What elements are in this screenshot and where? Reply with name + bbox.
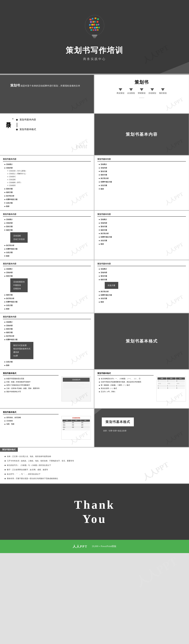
content-rule-9l-1: 擅用表格，条理清晰 — [4, 416, 58, 419]
doc-header-8l: 活动策划书 — [63, 378, 90, 382]
bullet-5l-2 — [4, 223, 5, 224]
format-rule-8l-4: 主体：仿宋体3号加粗；副题，黑体，重黑等等 — [4, 387, 58, 390]
bullet-7l-8 — [4, 365, 5, 366]
bullet-5l-3 — [4, 226, 5, 227]
hollow-4l-6 — [7, 185, 8, 186]
outline-title-6r: 策划书基本内容 — [97, 262, 186, 266]
bullet-6r-1 — [99, 269, 100, 270]
format-rule-8r-2: 注意不同层次开始都需要首行缩进，保证这些文件的规范 — [99, 380, 154, 384]
type-label-5: 项目策划 — [159, 92, 167, 94]
outline-tree-6r: 活动简介 活动内容 宣传方案 组织方案 应急方案 执行性分析 经费申请及方案 自… — [97, 268, 186, 304]
svg-rect-3 — [95, 18, 96, 19]
bullet-7l-6 — [4, 339, 5, 340]
hollow-4l-3 — [7, 176, 8, 177]
bullet-6l-3 — [4, 276, 5, 276]
table-thumbnail-9l: 活动细则表格 项目 内容 说明 活动1 内容 说明 活动2 内容 说明 活动3 … — [61, 416, 91, 440]
bullet-5r-8 — [99, 244, 100, 245]
hollow-4l-5 — [7, 182, 8, 183]
final-format-banner: 策划书基本格式 — [0, 448, 18, 452]
format-title-7r: 策划书基本格式 — [126, 338, 158, 344]
bullet-6l-2 — [4, 272, 5, 273]
outline-tree-6l: 活动简介 活动内容 宣传方案 活动前期宣传中期宣传后期宣传 组织方案 执行性分析… — [3, 268, 91, 310]
final-rule-1: ◆ 名称：正文第一次出现人名、地名、组织名称均使用全称 — [4, 455, 185, 458]
svg-rect-24 — [93, 36, 97, 37]
bullet-7l-2 — [4, 325, 5, 326]
svg-rect-8 — [97, 21, 98, 23]
slide-row-5: 策划书基本内容 活动简介 活动内容 宣传方案 组织方案 活动流程活动工作安排 执… — [0, 211, 189, 260]
slide-row-2: 策划书 就是对某个未来的活动或事件进行策划，并展现给读者的文本 人人PPT 策划… — [0, 75, 189, 114]
format-title-8l: 策划书基本格式 — [3, 372, 58, 376]
bullet-7l-5 — [4, 336, 5, 336]
highlight-budget: 报支方式及发票报支所需的各种方式通讯录QQ群 — [10, 342, 33, 359]
bullet-4r-4 — [99, 174, 100, 175]
bullet-4l-8 — [4, 206, 5, 207]
watermark-4r: 人人PPT — [164, 190, 185, 206]
format-rule-8r-3: 第一级标题（大标题）一律用（一）格式 — [99, 384, 154, 387]
type-label-4: 活动策划 — [148, 92, 156, 94]
format-title-9l: 策划书基本格式 — [3, 411, 58, 414]
bullet-5l-5 — [4, 245, 5, 246]
slide-content-gray: 策划书基本内容 人人PPT — [94, 114, 189, 155]
dots-more: …… — [139, 96, 144, 99]
slide-row-3: 目录 策划书基本内容 策划书基本格式 cont 人人PPT 策划书基本内容 人人… — [0, 114, 189, 156]
final-rule-6: ◆ 整体布局：尽量不要出现某一部分的行内间隔内下范格成粗细相位 — [4, 477, 185, 480]
toc-connector — [17, 123, 17, 127]
content-title-gray: 策划书基本内容 — [126, 132, 158, 137]
bullet-5l-6 — [4, 248, 5, 250]
types-title: 策划书 — [135, 79, 149, 85]
bullet-7l-3 — [4, 329, 5, 330]
bullet-7l-1 — [4, 322, 5, 322]
bullet-6l-1 — [4, 269, 5, 270]
bullet-4r-1 — [99, 164, 100, 165]
content-rules-list-9l: 擅用表格，条理清晰 活动细则 地图、预案 — [3, 416, 58, 426]
svg-rect-23 — [92, 35, 97, 36]
outline-title-4r: 策划书基本内容 — [97, 158, 186, 162]
slide-thankyou: Thank You 人人PPT — [0, 484, 189, 540]
toc-bullet-1 — [16, 119, 18, 121]
format-rule-8l-5: 落款中的机构名大写 — [4, 390, 58, 393]
bullet-6r-8 — [99, 302, 100, 302]
format-title-box-9r: 策划书基本格式 — [102, 418, 134, 426]
svg-point-17 — [96, 27, 98, 28]
slide-row-4: 策划书基本内容 活动简介 活动内容 活动目的（为什么要做） 活动意义（理解到什么… — [0, 156, 189, 211]
bullet-4l-2 — [4, 168, 5, 168]
bullet-6r-7 — [99, 298, 100, 299]
outline-title-5r: 策划书基本内容 — [97, 213, 186, 217]
final-rule-3: ◆ 标注的括号为：（大标题）与（小标题）的区别以及以下 — [4, 464, 185, 467]
doc-thumbnail-8l: 活动策划书 — [61, 376, 91, 402]
doc-table-8r: 标题 说明 格式 一 二 三 （一） （一） （一） 1 2 3 ① ② ③ — [158, 378, 185, 389]
bullet-6r-6 — [99, 295, 100, 296]
bullet-6r-5 — [99, 291, 100, 292]
svg-rect-18 — [98, 27, 100, 28]
slide-outline-right-4: 策划书基本内容 活动简介 活动内容 宣传方案 组织方案 执行性分析 经费申请及方… — [94, 156, 189, 210]
highlight-emergency: 应急方案 — [105, 282, 118, 289]
format-rule-8r-5: 正文为（4号，宋体） — [99, 390, 154, 393]
watermark-left: 人人PPT — [69, 96, 89, 112]
footer: 人人PPT 20,000＋PowerPoint模板 — [0, 540, 189, 553]
bullet-4r-6 — [99, 182, 100, 182]
slide-row-8: 策划书基本格式 标题不同层级的层次页面 封面：标题—宋体加粗四号加粗中 使用3个… — [0, 370, 189, 409]
bullet-5r-3 — [99, 226, 100, 227]
type-item-1: 商业策划 — [117, 88, 124, 94]
toc-title-cn: 目录 — [6, 118, 13, 119]
bullet-5l-1 — [4, 219, 5, 220]
format-rule-8r-1: 全文结构层次分为：一、（大标题）（一）、（1）、① — [99, 377, 154, 380]
footer-logo: 人人PPT — [73, 544, 88, 549]
intro-description: 就是对某个未来的活动或事件进行策划，并展现给读者的文本 — [20, 84, 80, 87]
bullet-5l-4 — [4, 230, 5, 230]
format-rules-list-8l: 标题不同层级的层次页面 封面：标题—宋体加粗四号加粗中 使用3个层级来划分书写清… — [3, 377, 58, 393]
toc-item-1: 策划书基本内容 — [16, 118, 36, 121]
bullet-5r-6 — [99, 237, 100, 238]
content-rule-9l-2: 活动细则 — [4, 419, 58, 422]
outline-tree-7l: 活动简介 活动内容 宣传方案 组织方案 执行性分析 经费申请及方案 报支方式及发… — [3, 321, 91, 367]
outline-title-5l: 策划书基本内容 — [3, 213, 91, 217]
bullet-5l-7 — [4, 252, 5, 253]
table-grid-9l: 项目 内容 说明 活动1 内容 说明 活动2 内容 说明 活动3 内容 说明 合… — [62, 420, 90, 430]
highlight-publicity: 活动前期宣传中期宣传后期宣传 — [10, 278, 28, 292]
outline-tree-4r: 活动简介 活动内容 宣传方案 组织方案 执行性分析 经费申请及方案 自负方案 附… — [97, 163, 186, 190]
watermark-content-gray: 人人PPT — [164, 137, 185, 154]
slide-outline-left-6: 策划书基本内容 活动简介 活动内容 宣传方案 活动前期宣传中期宣传后期宣传 组织… — [0, 260, 94, 313]
bullet-4r-2 — [99, 168, 100, 168]
svg-rect-26 — [94, 38, 96, 38]
bullet-5r-7 — [99, 240, 100, 241]
